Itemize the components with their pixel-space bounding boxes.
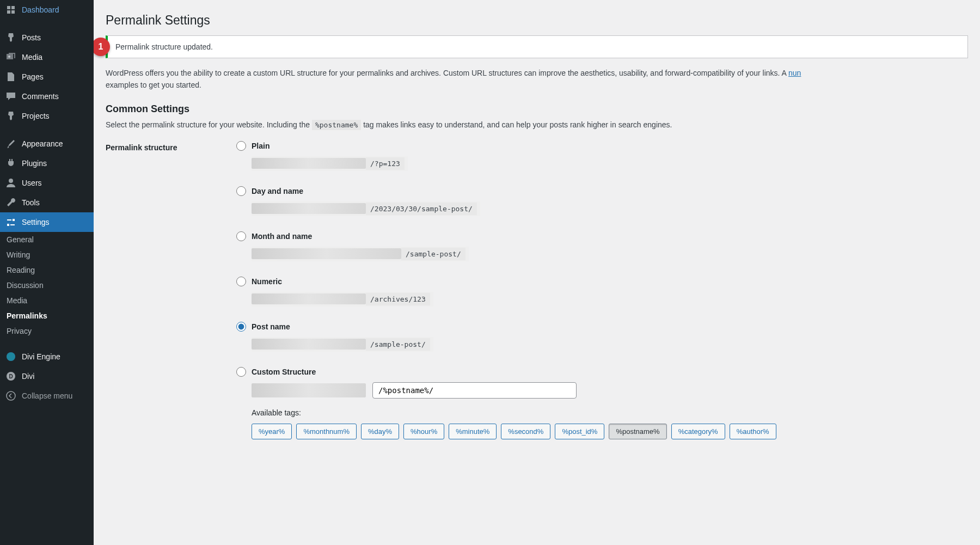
- sidebar-item-label: Users: [22, 179, 89, 187]
- tag-monthnum[interactable]: %monthnum%: [296, 424, 357, 439]
- sidebar-subitem-reading[interactable]: Reading: [0, 262, 94, 278]
- sidebar-item-label: Divi: [22, 372, 89, 381]
- sidebar-item-label: Media: [22, 53, 89, 62]
- option-numeric-example: /archives/123: [366, 293, 430, 305]
- admin-sidebar: Dashboard Posts Media Pages Comments Pro…: [0, 0, 94, 545]
- media-icon: [5, 52, 16, 63]
- tag-year[interactable]: %year%: [252, 424, 292, 439]
- section-subtext: Select the permalink structure for your …: [106, 120, 968, 129]
- svg-point-3: [7, 352, 15, 361]
- tag-second[interactable]: %second%: [501, 424, 550, 439]
- svg-point-0: [8, 56, 10, 58]
- redacted-url: [252, 383, 366, 397]
- settings-sliders-icon: [5, 217, 16, 228]
- option-post-name-example: /sample-post/: [366, 338, 430, 351]
- option-day-name-radio[interactable]: [236, 186, 246, 196]
- sidebar-subitem-general[interactable]: General: [0, 232, 94, 247]
- sidebar-item-appearance[interactable]: Appearance: [0, 134, 94, 154]
- sidebar-subitem-writing[interactable]: Writing: [0, 247, 94, 262]
- option-day-name-example: /2023/03/30/sample-post/: [366, 203, 477, 215]
- comment-icon: [5, 91, 16, 102]
- sidebar-item-settings[interactable]: Settings: [0, 212, 94, 232]
- option-plain: Plain /?p=123: [236, 141, 968, 171]
- pin-icon: [5, 32, 16, 43]
- option-numeric-label[interactable]: Numeric: [236, 277, 968, 286]
- tag-minute[interactable]: %minute%: [449, 424, 497, 439]
- option-post-name-label[interactable]: Post name: [236, 322, 968, 332]
- redacted-url: [252, 339, 366, 350]
- annotation-badge: 1: [94, 38, 110, 56]
- plugin-icon: [5, 158, 16, 169]
- sidebar-item-comments[interactable]: Comments: [0, 87, 94, 106]
- sidebar-item-divi[interactable]: D Divi: [0, 366, 94, 386]
- sidebar-item-label: Pages: [22, 72, 89, 81]
- tag-post-id[interactable]: %post_id%: [555, 424, 604, 439]
- permalink-structure-label: Permalink structure: [106, 141, 236, 152]
- divi-engine-icon: [5, 351, 16, 362]
- sidebar-subitem-permalinks[interactable]: Permalinks: [0, 308, 94, 323]
- available-tags-label: Available tags:: [252, 408, 968, 417]
- wrench-icon: [5, 197, 16, 208]
- option-post-name-radio[interactable]: [236, 322, 246, 332]
- sidebar-item-pages[interactable]: Pages: [0, 67, 94, 87]
- pin-icon: [5, 111, 16, 121]
- user-icon: [5, 177, 16, 188]
- collapse-icon: [5, 390, 16, 401]
- collapse-menu-button[interactable]: Collapse menu: [0, 386, 94, 406]
- redacted-url: [252, 203, 366, 214]
- divi-icon: D: [5, 371, 16, 382]
- main-content: Permalink Settings 1 Permalink structure…: [94, 0, 980, 545]
- sidebar-item-projects[interactable]: Projects: [0, 106, 94, 126]
- option-custom: Custom Structure Available tags: %year% …: [236, 367, 968, 439]
- sidebar-subitem-media[interactable]: Media: [0, 293, 94, 308]
- dashboard-icon: [5, 4, 16, 15]
- sidebar-item-label: Projects: [22, 112, 89, 120]
- tag-category[interactable]: %category%: [671, 424, 725, 439]
- option-month-name-radio[interactable]: [236, 231, 246, 241]
- sidebar-item-media[interactable]: Media: [0, 47, 94, 67]
- redacted-url: [252, 293, 366, 304]
- sidebar-item-label: Tools: [22, 198, 89, 207]
- option-plain-example: /?p=123: [366, 157, 405, 170]
- postname-tag-inline: %postname%: [312, 120, 361, 130]
- sidebar-item-label: Comments: [22, 92, 89, 101]
- sidebar-item-label: Settings: [22, 218, 89, 226]
- tag-day[interactable]: %day%: [361, 424, 399, 439]
- sidebar-subitem-discussion[interactable]: Discussion: [0, 278, 94, 293]
- option-month-name-label[interactable]: Month and name: [236, 231, 968, 241]
- sidebar-item-label: Divi Engine: [22, 352, 89, 361]
- option-numeric: Numeric /archives/123: [236, 277, 968, 307]
- sidebar-item-label: Plugins: [22, 159, 89, 168]
- sidebar-item-plugins[interactable]: Plugins: [0, 154, 94, 173]
- intro-paragraph: WordPress offers you the ability to crea…: [106, 67, 968, 91]
- permalink-options: Plain /?p=123 Day and name /2023/03/30/s…: [236, 141, 968, 455]
- option-custom-label[interactable]: Custom Structure: [236, 367, 968, 377]
- sidebar-item-dashboard[interactable]: Dashboard: [0, 0, 94, 20]
- common-settings-heading: Common Settings: [106, 103, 968, 115]
- option-day-name: Day and name /2023/03/30/sample-post/: [236, 186, 968, 216]
- success-notice: 1 Permalink structure updated.: [106, 35, 968, 58]
- collapse-label: Collapse menu: [22, 391, 88, 400]
- option-day-name-label[interactable]: Day and name: [236, 186, 968, 196]
- sidebar-item-label: Appearance: [22, 139, 89, 148]
- page-title: Permalink Settings: [106, 13, 968, 28]
- option-custom-radio[interactable]: [236, 367, 246, 377]
- svg-text:D: D: [9, 373, 13, 379]
- tag-author[interactable]: %author%: [730, 424, 776, 439]
- sidebar-item-label: Posts: [22, 33, 89, 42]
- sidebar-item-divi-engine[interactable]: Divi Engine: [0, 347, 94, 366]
- option-plain-label[interactable]: Plain: [236, 141, 968, 151]
- option-numeric-radio[interactable]: [236, 277, 246, 286]
- sidebar-item-label: Dashboard: [22, 5, 89, 14]
- sidebar-item-posts[interactable]: Posts: [0, 28, 94, 47]
- option-plain-radio[interactable]: [236, 141, 246, 151]
- sidebar-item-tools[interactable]: Tools: [0, 193, 94, 212]
- option-post-name: Post name /sample-post/: [236, 322, 968, 352]
- sidebar-subitem-privacy[interactable]: Privacy: [0, 323, 94, 339]
- sidebar-item-users[interactable]: Users: [0, 173, 94, 193]
- available-tags-row: %year% %monthnum% %day% %hour% %minute% …: [252, 424, 968, 439]
- intro-link[interactable]: nun: [788, 69, 801, 77]
- custom-structure-input[interactable]: [372, 382, 577, 399]
- tag-hour[interactable]: %hour%: [403, 424, 444, 439]
- tag-postname[interactable]: %postname%: [609, 424, 666, 439]
